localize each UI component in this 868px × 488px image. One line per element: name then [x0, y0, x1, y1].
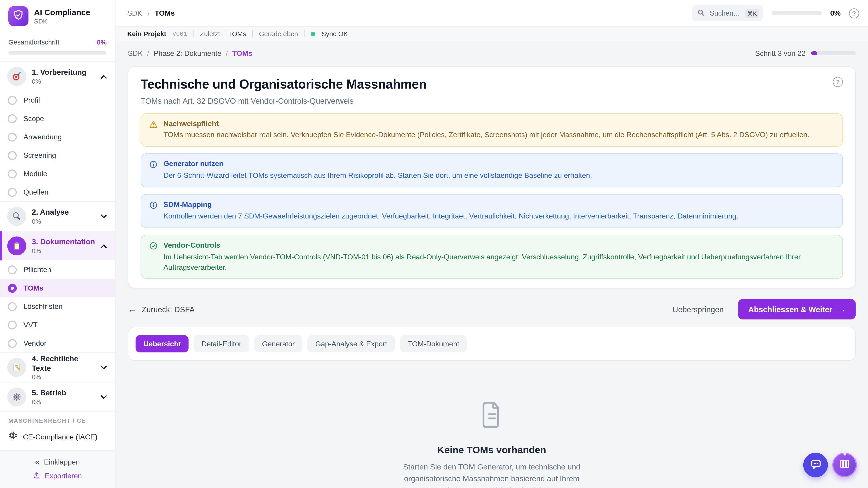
tab-tom-dokument[interactable]: TOM-Dokument	[400, 335, 467, 353]
warning-icon	[149, 120, 158, 131]
topbar-breadcrumb: SDK TOMs	[127, 8, 175, 18]
radio-icon	[8, 320, 17, 329]
sidebar-item-toms[interactable]: TOMs	[0, 279, 115, 297]
section-percent: 0%	[32, 398, 96, 405]
step-indicator: Schritt 3 von 22	[755, 49, 806, 57]
section-header-rechtliche-texte[interactable]: 4. Rechtliche Texte 0%	[0, 353, 115, 382]
app-title: AI Compliance	[34, 8, 90, 17]
sidebar-section-vorbereitung: 1. Vorbereitung 0% Profil Scope Anwendun…	[0, 61, 115, 201]
notice-info-generator: Generator nutzen Der 6-Schritt-Wizard le…	[141, 153, 843, 187]
radio-icon	[8, 169, 17, 178]
board-fab-button[interactable]	[832, 453, 857, 477]
project-version: V001	[173, 30, 187, 37]
app-window: AI Compliance SDK Gesamtfortschritt 0%	[0, 0, 868, 488]
slash-separator	[226, 49, 228, 57]
overall-progress-value: 0%	[97, 38, 107, 46]
chevron-up-icon[interactable]	[101, 244, 107, 251]
sync-status-label: Sync OK	[321, 30, 348, 38]
page-card: Technische und Organisatorische Massnahm…	[128, 66, 856, 289]
breadcrumb-sdk[interactable]: SDK	[128, 49, 143, 57]
complete-next-button[interactable]: Abschliessen & Weiter	[738, 299, 856, 320]
keyboard-shortcut-badge: ⌘K	[745, 8, 759, 18]
chevron-up-icon[interactable]	[101, 74, 107, 81]
help-icon[interactable]	[849, 8, 859, 18]
sidebar-item-pflichten[interactable]: Pflichten	[0, 260, 115, 279]
search-box[interactable]: ⌘K	[692, 5, 763, 21]
sidebar-section-betrieb: 5. Betrieb 0%	[0, 382, 115, 412]
sidebar-item-loeschfristen[interactable]: Löschfristen	[0, 297, 115, 315]
info-icon	[149, 201, 158, 212]
chat-fab-button[interactable]	[803, 453, 828, 477]
page-title: Technische und Organisatorische Massnahm…	[141, 77, 427, 92]
radio-icon	[8, 339, 17, 348]
last-saved-time: Gerade eben	[259, 30, 298, 38]
tab-uebersicht[interactable]: Uebersicht	[135, 335, 189, 353]
notice-info-sdm: SDM-Mapping Kontrollen werden den 7 SDM-…	[141, 194, 843, 228]
section-label: 2. Analyse	[32, 208, 96, 217]
card-help-icon[interactable]	[833, 77, 843, 87]
section-percent: 0%	[32, 218, 96, 225]
sidebar-item-quellen[interactable]: Quellen	[0, 183, 115, 201]
search-input[interactable]	[709, 8, 741, 18]
section-percent: 0%	[32, 248, 96, 254]
chat-bubble-icon	[809, 457, 822, 473]
notice-success-vendor: Vendor-Controls Im Uebersicht-Tab werden…	[141, 234, 843, 279]
section-label: 3. Dokumentation	[32, 238, 96, 247]
empty-state: Keine TOMs vorhanden Starten Sie den TOM…	[128, 401, 856, 488]
sidebar-item-vvt[interactable]: VVT	[0, 316, 115, 334]
sidebar-footer: Einklappen Exportieren	[0, 450, 115, 488]
shield-check-icon	[12, 9, 24, 23]
sidebar-item-ce-compliance[interactable]: CE-Compliance (IACE)	[0, 428, 115, 446]
sidebar-item-module[interactable]: Module	[0, 164, 115, 183]
app-logo	[8, 6, 29, 26]
section-header-dokumentation[interactable]: 3. Dokumentation 0%	[0, 231, 115, 260]
divider	[304, 30, 305, 37]
arrow-right-icon	[837, 304, 846, 314]
radio-icon	[8, 114, 17, 123]
skip-button[interactable]: Ueberspringen	[673, 305, 724, 314]
breadcrumb-root[interactable]: SDK	[127, 9, 142, 17]
breadcrumb-phase[interactable]: Phase 2: Dokumente	[154, 49, 221, 57]
radio-icon	[8, 132, 17, 141]
sidebar-lower: MASCHINENRECHT / CE CE-Compliance	[0, 412, 115, 488]
main-area: SDK TOMs ⌘K 0% Ke	[116, 0, 868, 488]
breadcrumb-toms: TOMs	[232, 49, 252, 57]
tab-detail-editor[interactable]: Detail-Editor	[194, 335, 249, 353]
gear-icon	[7, 387, 26, 406]
content: SDK Phase 2: Dokumente TOMs Schritt 3 vo…	[116, 41, 868, 488]
chevron-down-icon[interactable]	[101, 363, 107, 369]
wizard-actions: Zurueck: DSFA Ueberspringen Abschliessen…	[128, 299, 856, 320]
page-breadcrumb: SDK Phase 2: Dokumente TOMs	[128, 49, 252, 57]
chevron-down-icon[interactable]	[101, 393, 107, 399]
divider	[252, 30, 253, 37]
sidebar-item-anwendung[interactable]: Anwendung	[0, 128, 115, 146]
export-button[interactable]: Exportieren	[33, 471, 82, 481]
sidebar-item-profil[interactable]: Profil	[0, 91, 115, 109]
floating-buttons	[803, 453, 857, 477]
section-label: 4. Rechtliche Texte	[32, 355, 96, 373]
collapse-sidebar-button[interactable]: Einklappen	[35, 457, 80, 466]
magnifier-icon	[7, 207, 26, 226]
section-header-analyse[interactable]: 2. Analyse 0%	[0, 202, 115, 231]
notice-warning: Nachweispflicht TOMs muessen nachweisbar…	[141, 113, 843, 147]
sidebar-nav: 1. Vorbereitung 0% Profil Scope Anwendun…	[0, 61, 115, 412]
project-status-bar: Kein Projekt V001 Zuletzt: TOMs Gerade e…	[116, 27, 868, 41]
last-value: TOMs	[228, 30, 246, 38]
search-icon	[698, 8, 705, 18]
sidebar-item-scope[interactable]: Scope	[0, 109, 115, 128]
breadcrumb-current: TOMs	[155, 9, 175, 17]
back-button[interactable]: Zurueck: DSFA	[128, 304, 195, 314]
chevron-down-icon[interactable]	[101, 212, 107, 219]
cpu-icon	[8, 431, 17, 442]
sidebar-item-vendor[interactable]: Vendor	[0, 334, 115, 352]
project-name: Kein Projekt	[127, 30, 166, 38]
topbar: SDK TOMs ⌘K 0%	[116, 0, 868, 27]
radio-icon	[8, 265, 17, 274]
sidebar-item-screening[interactable]: Screening	[0, 146, 115, 164]
section-header-vorbereitung[interactable]: 1. Vorbereitung 0%	[0, 62, 115, 91]
tab-generator[interactable]: Generator	[254, 335, 303, 353]
tab-gap-analyse-export[interactable]: Gap-Analyse & Export	[307, 335, 395, 353]
page-subtitle: TOMs nach Art. 32 DSGVO mit Vendor-Contr…	[141, 96, 843, 105]
radio-icon	[8, 96, 17, 104]
section-header-betrieb[interactable]: 5. Betrieb 0%	[0, 383, 115, 412]
